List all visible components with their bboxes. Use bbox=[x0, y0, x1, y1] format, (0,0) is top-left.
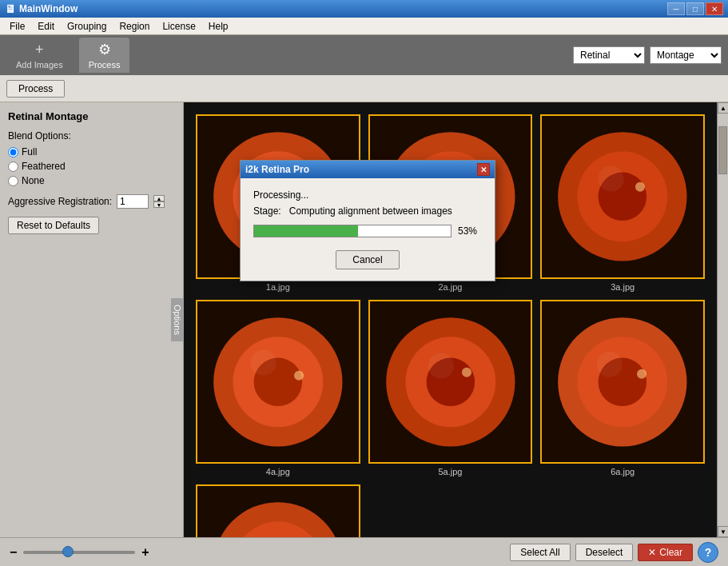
eye-image-4 bbox=[197, 301, 359, 463]
add-images-label: Add Images bbox=[16, 60, 63, 70]
action-bar: Process bbox=[0, 75, 728, 102]
radio-none-input[interactable] bbox=[8, 176, 18, 186]
eye-image-7 bbox=[197, 486, 359, 537]
modal-cancel-button[interactable]: Cancel bbox=[336, 250, 399, 269]
toolbar: + Add Images ⚙ Process Retinal Corneal G… bbox=[0, 35, 728, 75]
zoom-plus-button[interactable]: + bbox=[141, 545, 149, 560]
clear-icon: ✕ bbox=[648, 547, 656, 558]
reset-defaults-button[interactable]: Reset to Defaults bbox=[8, 217, 99, 234]
eye-wrapper-4[interactable] bbox=[196, 300, 360, 464]
eye-cell-6: 6a.jpg bbox=[540, 300, 705, 477]
help-button[interactable]: ? bbox=[698, 542, 718, 563]
montage-dropdown[interactable]: Montage Stitch bbox=[650, 46, 722, 64]
process-icon: ⚙ bbox=[98, 41, 111, 58]
radio-feathered[interactable]: Feathered bbox=[8, 161, 175, 172]
modal-stage-label: Stage: bbox=[253, 205, 281, 217]
modal-title-bar: i2k Retina Pro ✕ bbox=[241, 161, 495, 178]
svg-point-28 bbox=[428, 353, 453, 378]
eye-cell-7: 7a.jpg bbox=[196, 484, 360, 537]
modal-title: i2k Retina Pro bbox=[245, 164, 309, 175]
options-side-label: Options bbox=[173, 305, 182, 335]
eye-label-1: 1a.jpg bbox=[266, 282, 290, 292]
modal-close-button[interactable]: ✕ bbox=[477, 163, 490, 176]
progress-bar-fill bbox=[254, 225, 358, 237]
blend-options-label: Blend Options: bbox=[8, 130, 175, 142]
radio-none[interactable]: None bbox=[8, 175, 175, 186]
menu-help[interactable]: Help bbox=[202, 19, 235, 34]
menu-file[interactable]: File bbox=[3, 19, 31, 34]
title-bar: 🖥 MainWindow ─ □ ✕ bbox=[0, 0, 728, 18]
scrollbar-right[interactable]: ▲ ▼ bbox=[717, 102, 728, 537]
radio-full[interactable]: Full bbox=[8, 146, 175, 157]
modal-stage-value: Computing alignment between images bbox=[289, 205, 452, 217]
eye-label-4: 4a.jpg bbox=[266, 467, 290, 476]
aggressive-up[interactable]: ▲ bbox=[153, 195, 165, 201]
scroll-up-arrow[interactable]: ▲ bbox=[718, 102, 728, 114]
zoom-handle[interactable] bbox=[62, 546, 74, 557]
svg-point-17 bbox=[635, 182, 645, 192]
retinal-dropdown[interactable]: Retinal Corneal General bbox=[573, 46, 645, 64]
menu-grouping[interactable]: Grouping bbox=[61, 19, 113, 34]
left-panel: Retinal Montage Blend Options: Full Feat… bbox=[0, 102, 184, 537]
svg-point-16 bbox=[599, 166, 624, 192]
select-all-button[interactable]: Select All bbox=[510, 544, 570, 561]
modal-body: Processing... Stage: Computing alignment… bbox=[241, 178, 495, 281]
eye-wrapper-7[interactable] bbox=[196, 484, 360, 537]
minimize-button[interactable]: ─ bbox=[667, 2, 685, 15]
zoom-slider[interactable] bbox=[23, 551, 135, 554]
bottom-bar: − + Select All Deselect ✕ Clear ? bbox=[0, 537, 728, 566]
eye-cell-3: 3a.jpg bbox=[540, 114, 705, 292]
eye-cell-4: 4a.jpg bbox=[196, 300, 360, 477]
panel-title: Retinal Montage bbox=[8, 110, 175, 122]
progress-percent: 53% bbox=[458, 225, 482, 237]
maximize-button[interactable]: □ bbox=[686, 2, 704, 15]
svg-point-23 bbox=[294, 370, 304, 380]
scroll-down-arrow[interactable]: ▼ bbox=[718, 526, 728, 537]
menu-bar: File Edit Grouping Region License Help bbox=[0, 18, 728, 35]
eye-wrapper-3[interactable] bbox=[540, 114, 705, 279]
aggressive-row: Aggressive Registration: ▲ ▼ bbox=[8, 194, 175, 209]
svg-point-29 bbox=[462, 367, 471, 377]
aggressive-down[interactable]: ▼ bbox=[153, 201, 165, 208]
clear-label: Clear bbox=[659, 547, 682, 558]
close-button[interactable]: ✕ bbox=[706, 2, 723, 15]
radio-full-label: Full bbox=[22, 146, 37, 157]
eye-image-6 bbox=[542, 301, 703, 463]
blend-options-group: Full Feathered None bbox=[8, 146, 175, 186]
eye-wrapper-6[interactable] bbox=[540, 300, 705, 464]
clear-button[interactable]: ✕ Clear bbox=[638, 544, 693, 561]
modal-stage-text: Stage: Computing alignment between image… bbox=[253, 205, 482, 217]
progress-bar-bg bbox=[253, 225, 452, 237]
radio-feathered-label: Feathered bbox=[22, 161, 66, 172]
add-images-icon: + bbox=[35, 42, 44, 58]
radio-feathered-input[interactable] bbox=[8, 161, 18, 172]
eye-image-5 bbox=[370, 301, 531, 463]
svg-point-34 bbox=[597, 351, 623, 377]
options-side-tab[interactable]: Options bbox=[171, 298, 184, 341]
radio-none-label: None bbox=[22, 175, 45, 186]
eye-label-2: 2a.jpg bbox=[439, 282, 463, 292]
svg-point-22 bbox=[251, 349, 276, 375]
menu-license[interactable]: License bbox=[156, 19, 201, 34]
eye-wrapper-5[interactable] bbox=[368, 300, 533, 464]
eye-label-3: 3a.jpg bbox=[611, 282, 635, 292]
modal-dialog: i2k Retina Pro ✕ Processing... Stage: Co… bbox=[240, 160, 495, 281]
eye-label-5: 5a.jpg bbox=[439, 467, 463, 476]
aggressive-label: Aggressive Registration: bbox=[8, 196, 112, 207]
svg-point-35 bbox=[637, 369, 646, 378]
zoom-minus-button[interactable]: − bbox=[10, 545, 17, 560]
process-button[interactable]: Process bbox=[6, 80, 65, 98]
scrollbar-thumb[interactable] bbox=[718, 126, 727, 174]
radio-full-input[interactable] bbox=[8, 147, 18, 157]
tab-process[interactable]: ⚙ Process bbox=[79, 38, 130, 73]
eye-image-3 bbox=[542, 116, 703, 277]
menu-edit[interactable]: Edit bbox=[31, 19, 61, 34]
window-title: MainWindow bbox=[19, 3, 78, 14]
window-icon: 🖥 bbox=[5, 2, 16, 15]
progress-container: 53% bbox=[253, 225, 482, 237]
tab-add-images[interactable]: + Add Images bbox=[6, 38, 73, 73]
menu-region[interactable]: Region bbox=[113, 19, 156, 34]
aggressive-input[interactable] bbox=[117, 194, 149, 209]
deselect-button[interactable]: Deselect bbox=[575, 544, 634, 561]
process-tab-label: Process bbox=[89, 60, 121, 70]
